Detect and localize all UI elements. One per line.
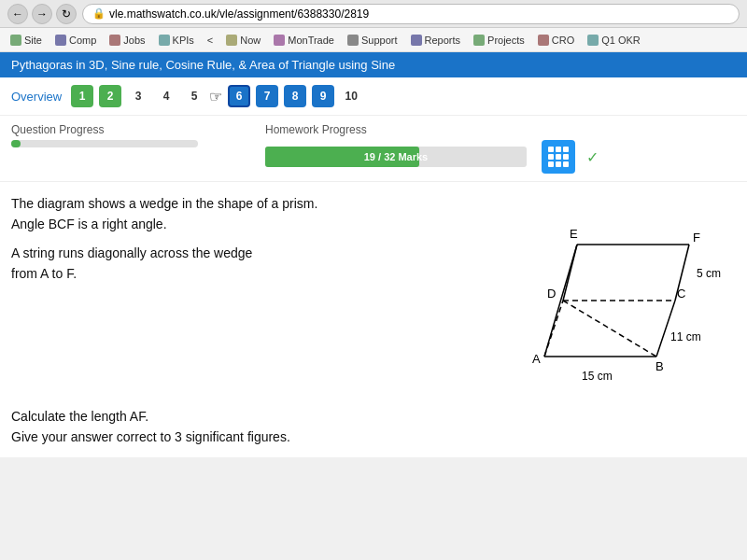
now-icon	[226, 35, 237, 46]
problem-diagram: E F D C A B 5 cm 11 cm 15 cm	[493, 193, 736, 399]
bookmark-montrade-label: MonTrade	[288, 35, 334, 46]
nav-num-8[interactable]: 8	[284, 85, 306, 107]
bookmark-q1okr[interactable]: Q1 OKR	[583, 33, 645, 48]
homework-score: 19 / 32 Marks	[364, 151, 429, 162]
svg-line-5	[563, 245, 577, 301]
nav-num-2[interactable]: 2	[99, 85, 121, 107]
nav-num-3[interactable]: 3	[127, 85, 149, 107]
nav-num-10[interactable]: 10	[340, 85, 362, 107]
problem-area: The diagram shows a wedge in the shape o…	[0, 182, 747, 406]
cursor-icon: ☞	[209, 88, 222, 105]
bookmark-support-label: Support	[361, 35, 398, 46]
problem-line1: The diagram shows a wedge in the shape o…	[11, 196, 317, 211]
calc-grid	[548, 147, 569, 167]
cro-icon	[538, 35, 549, 46]
bookmark-now[interactable]: Now	[221, 33, 265, 48]
bookmark-projects[interactable]: Projects	[469, 33, 529, 48]
label-A: A	[532, 352, 541, 366]
browser-bar: ← → ↻ 🔒 vle.mathswatch.co.uk/vle/assignm…	[0, 0, 747, 28]
page-content: Pythagoras in 3D, Sine rule, Cosine Rule…	[0, 52, 747, 457]
bookmark-jobs-label: Jobs	[123, 35, 145, 46]
bookmark-cro[interactable]: CRO	[533, 33, 579, 48]
label-E: E	[570, 227, 578, 241]
arrow-left-label: <	[207, 35, 213, 46]
problem-line2: Angle BCF is a right angle.	[11, 217, 167, 231]
bookmarks-bar: Site Comp Jobs KPIs < Now MonTrade Suppo…	[0, 28, 747, 52]
bookmark-reports-label: Reports	[425, 35, 461, 46]
nav-num-5[interactable]: 5	[183, 85, 205, 107]
bookmark-montrade[interactable]: MonTrade	[269, 33, 339, 48]
bookmark-site[interactable]: Site	[6, 33, 47, 48]
problem-line4: from A to F.	[11, 266, 77, 281]
dim-5cm: 5 cm	[697, 267, 721, 280]
bookmark-comp-label: Comp	[69, 35, 96, 46]
nav-row: Overview 1 2 3 4 5 ☞ 6 7 8 9 10	[0, 77, 747, 116]
question-progress: Question Progress	[11, 123, 247, 147]
kpis-icon	[159, 35, 170, 46]
jobs-icon	[109, 35, 120, 46]
bookmark-jobs[interactable]: Jobs	[105, 33, 149, 48]
bookmark-comp[interactable]: Comp	[50, 33, 101, 48]
calculate-line1: Calculate the length AF.	[11, 406, 736, 427]
reports-icon	[411, 35, 422, 46]
dim-11cm: 11 cm	[670, 330, 701, 343]
wedge-diagram: E F D C A B 5 cm 11 cm 15 cm	[493, 193, 736, 399]
svg-line-8	[563, 301, 656, 357]
bookmark-q1okr-label: Q1 OKR	[601, 35, 641, 46]
content-area: Overview 1 2 3 4 5 ☞ 6 7 8 9 10 Question…	[0, 77, 747, 457]
question-progress-fill	[11, 140, 21, 147]
calculate-line2: Give your answer correct to 3 significan…	[11, 427, 736, 447]
comp-icon	[55, 35, 66, 46]
check-icon: ✓	[586, 148, 599, 166]
overview-link[interactable]: Overview	[11, 90, 62, 104]
back-button[interactable]: ←	[7, 4, 28, 24]
q1okr-icon	[587, 35, 599, 46]
nav-buttons: ← → ↻	[7, 4, 77, 24]
problem-text: The diagram shows a wedge in the shape o…	[11, 193, 484, 399]
refresh-button[interactable]: ↻	[56, 4, 77, 24]
bookmark-reports[interactable]: Reports	[406, 33, 466, 48]
problem-line3: A string runs diagonally across the wedg…	[11, 245, 252, 260]
bookmark-cro-label: CRO	[552, 35, 574, 46]
address-bar[interactable]: 🔒 vle.mathswatch.co.uk/vle/assignment/63…	[82, 4, 740, 24]
bookmark-arrow-left[interactable]: <	[203, 33, 218, 48]
dim-15cm: 15 cm	[582, 370, 613, 383]
lock-icon: 🔒	[92, 7, 106, 20]
bookmark-support[interactable]: Support	[343, 33, 402, 48]
projects-icon	[473, 35, 485, 46]
svg-line-4	[656, 301, 675, 357]
nav-num-6[interactable]: 6	[228, 85, 250, 107]
nav-num-7[interactable]: 7	[256, 85, 278, 107]
bookmark-now-label: Now	[240, 35, 261, 46]
montrade-icon	[274, 35, 285, 46]
forward-button[interactable]: →	[32, 4, 52, 24]
question-progress-bar	[11, 140, 198, 147]
progress-section: Question Progress Homework Progress 19 /…	[0, 116, 747, 182]
homework-progress: Homework Progress 19 / 32 Marks	[265, 123, 736, 174]
nav-num-4[interactable]: 4	[155, 85, 177, 107]
url-text: vle.mathswatch.co.uk/vle/assignment/6388…	[109, 7, 369, 21]
page-header-title: Pythagoras in 3D, Sine rule, Cosine Rule…	[11, 58, 395, 72]
nav-num-1[interactable]: 1	[71, 85, 93, 107]
label-F: F	[693, 231, 700, 245]
bookmark-kpis[interactable]: KPIs	[154, 33, 199, 48]
bookmark-projects-label: Projects	[487, 35, 525, 46]
label-C: C	[677, 287, 685, 301]
bookmark-kpis-label: KPIs	[173, 35, 194, 46]
page-header: Pythagoras in 3D, Sine rule, Cosine Rule…	[0, 52, 747, 77]
site-icon	[10, 35, 21, 46]
question-progress-label: Question Progress	[11, 123, 247, 136]
calculate-section: Calculate the length AF. Give your answe…	[0, 406, 747, 457]
homework-progress-bar: 19 / 32 Marks	[265, 147, 527, 167]
nav-num-9[interactable]: 9	[312, 85, 334, 107]
label-B: B	[655, 359, 664, 373]
homework-progress-label: Homework Progress	[265, 123, 736, 136]
label-D: D	[547, 287, 556, 301]
support-icon	[347, 35, 359, 46]
calculator-icon[interactable]	[542, 140, 575, 174]
bookmark-site-label: Site	[24, 35, 42, 46]
